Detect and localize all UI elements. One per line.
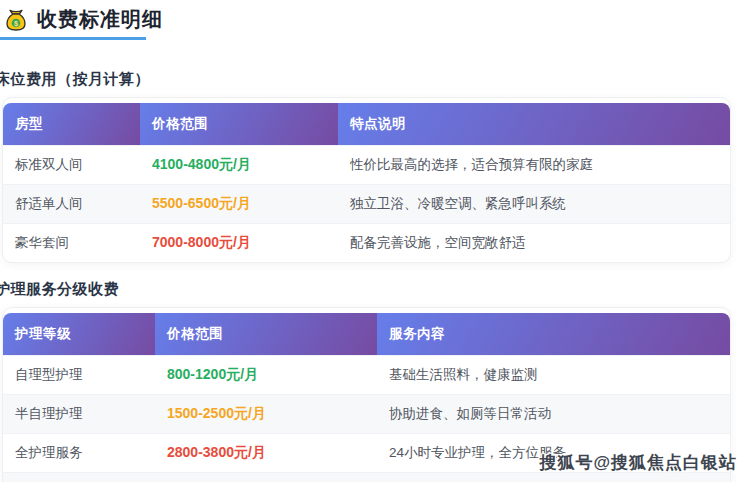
bed-fee-table: 房型价格范围特点说明 标准双人间4100-4800元/月性价比最高的选择，适合预… [3, 103, 730, 262]
title-row: $ 收费标准明细 [0, 0, 740, 32]
price-range: 2800-3800元/月 [155, 434, 377, 473]
table-row: 舒适单人间5500-6500元/月独立卫浴、冷暖空调、紧急呼叫系统 [3, 185, 730, 224]
row-description: 独立卫浴、冷暖空调、紧急呼叫系统 [338, 185, 730, 224]
watermark: 搜狐号@搜狐焦点白银站 [539, 451, 737, 474]
table-header-row: 房型价格范围特点说明 [3, 103, 730, 146]
page-header: $ 收费标准明细 [0, 0, 740, 40]
column-header: 价格范围 [155, 313, 377, 356]
table-row: 自理型护理800-1200元/月基础生活照料，健康监测 [3, 356, 730, 395]
row-description: 基础生活照料，健康监测 [377, 356, 730, 395]
table-row: 豪华套间7000-8000元/月配备完善设施，空间宽敞舒适 [3, 224, 730, 263]
column-header: 价格范围 [140, 103, 338, 146]
row-label: 自理型护理 [3, 356, 155, 395]
price-range: 4000-5500元/月 [155, 473, 377, 482]
money-bag-icon: $ [4, 8, 28, 32]
bed-fee-table-card: 房型价格范围特点说明 标准双人间4100-4800元/月性价比最高的选择，适合预… [2, 97, 731, 263]
page-title: 收费标准明细 [37, 7, 163, 32]
title-underline [0, 37, 146, 40]
table-row: 标准双人间4100-4800元/月性价比最高的选择，适合预算有限的家庭 [3, 146, 730, 185]
column-header: 护理等级 [3, 313, 155, 356]
row-label: 标准双人间 [3, 146, 140, 185]
price-range: 4100-4800元/月 [140, 146, 338, 185]
nursing-fee-section-title: 护理服务分级收费 [0, 280, 740, 298]
table-row: 半自理护理1500-2500元/月协助进食、如厕等日常活动 [3, 395, 730, 434]
svg-text:$: $ [14, 18, 18, 27]
row-label: 特级护理 [3, 473, 155, 482]
row-label: 豪华套间 [3, 224, 140, 263]
row-label: 全护理服务 [3, 434, 155, 473]
table-header-row: 护理等级价格范围服务内容 [3, 313, 730, 356]
price-range: 1500-2500元/月 [155, 395, 377, 434]
row-description: 性价比最高的选择，适合预算有限的家庭 [338, 146, 730, 185]
column-header: 房型 [3, 103, 140, 146]
price-range: 800-1200元/月 [155, 356, 377, 395]
bed-fee-section-title: 床位费用（按月计算） [0, 70, 740, 88]
row-description: 配备完善设施，空间宽敞舒适 [338, 224, 730, 263]
row-label: 半自理护理 [3, 395, 155, 434]
price-range: 5500-6500元/月 [140, 185, 338, 224]
row-label: 舒适单人间 [3, 185, 140, 224]
column-header: 服务内容 [377, 313, 730, 356]
price-range: 7000-8000元/月 [140, 224, 338, 263]
row-description: 协助进食、如厕等日常活动 [377, 395, 730, 434]
bed-fee-section: 床位费用（按月计算） 房型价格范围特点说明 标准双人间4100-4800元/月性… [0, 70, 740, 263]
column-header: 特点说明 [338, 103, 730, 146]
